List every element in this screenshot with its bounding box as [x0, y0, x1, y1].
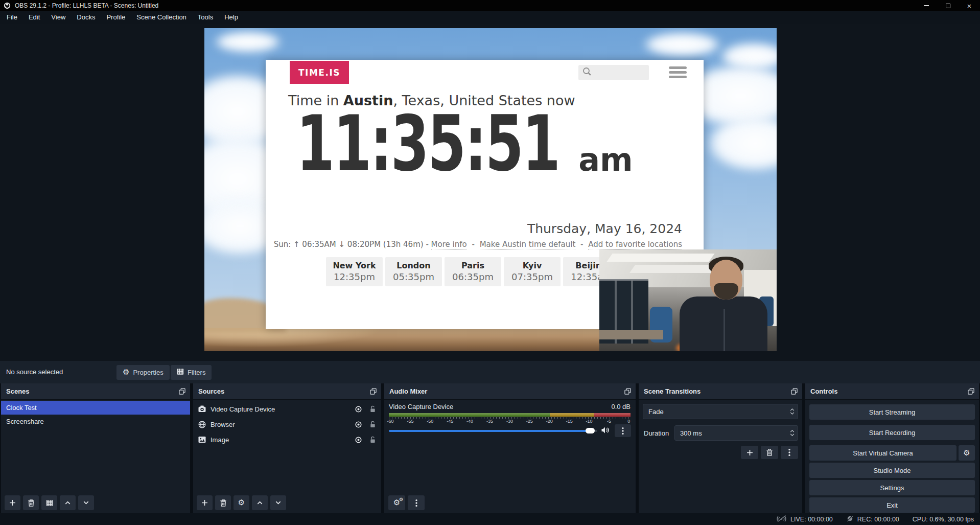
menu-item-scene-collection[interactable]: Scene Collection: [131, 11, 192, 24]
db-scale: -60-55-50-45-40-35-30-25-20-15-10-50: [385, 419, 635, 424]
exit-button[interactable]: Exit: [809, 497, 975, 513]
visibility-eye-icon[interactable]: [355, 405, 362, 413]
menu-item-profile[interactable]: Profile: [101, 11, 131, 24]
scenes-panel-header[interactable]: Scenes: [1, 383, 190, 400]
popout-icon[interactable]: [624, 388, 631, 395]
more-info-link[interactable]: More info: [431, 240, 467, 249]
move-scene-down-button[interactable]: [78, 495, 94, 510]
menu-item-tools[interactable]: Tools: [192, 11, 219, 24]
mute-speaker-icon[interactable]: [601, 426, 610, 434]
visibility-eye-icon[interactable]: [355, 421, 362, 428]
source-label: Browser: [211, 421, 347, 428]
add-source-button[interactable]: [197, 495, 213, 510]
mixer-options-button[interactable]: [615, 424, 631, 437]
source-row-image[interactable]: Image: [193, 432, 381, 447]
scene-item-clock-test[interactable]: Clock Test: [1, 401, 190, 415]
menu-item-file[interactable]: File: [1, 11, 23, 24]
title-bar[interactable]: OBS 29.1.2 - Profile: LLHLS BETA - Scene…: [0, 0, 980, 11]
transition-select[interactable]: Fade: [643, 404, 798, 419]
timeis-logo[interactable]: TIME.IS: [290, 61, 349, 84]
source-row-video-capture-device[interactable]: Video Capture Device: [193, 401, 381, 417]
source-row-browser[interactable]: Browser: [193, 417, 381, 432]
db-tick-label: -35: [484, 419, 496, 424]
scene-filters-button[interactable]: [41, 495, 57, 510]
spin-arrows-icon[interactable]: [786, 430, 798, 436]
menu-item-edit[interactable]: Edit: [23, 11, 45, 24]
city-time: 05:35pm: [385, 271, 442, 282]
menu-item-view[interactable]: View: [45, 11, 71, 24]
lock-icon[interactable]: [369, 421, 376, 428]
city-time-box-kyiv[interactable]: Kyiv07:35pm: [504, 257, 561, 286]
scene-item-screenshare[interactable]: Screenshare: [1, 415, 190, 428]
add-transition-button[interactable]: [741, 446, 758, 459]
add-favorite-link[interactable]: Add to favorite locations: [588, 240, 682, 249]
lock-icon[interactable]: [369, 436, 376, 444]
transition-options-button[interactable]: [781, 446, 798, 459]
move-scene-up-button[interactable]: [60, 495, 76, 510]
preview-canvas[interactable]: TIME.IS Time in Austin, Texas, United St…: [204, 28, 777, 351]
obs-window: OBS 29.1.2 - Profile: LLHLS BETA - Scene…: [0, 0, 980, 525]
properties-button[interactable]: ⚙ Properties: [116, 365, 170, 380]
source-properties-button[interactable]: ⚙: [234, 495, 249, 510]
menu-bar: FileEditViewDocksProfileScene Collection…: [0, 11, 980, 24]
studio-mode-button[interactable]: Studio Mode: [809, 463, 975, 478]
controls-row: Studio Mode: [809, 463, 975, 478]
move-source-down-button[interactable]: [270, 495, 286, 510]
start-recording-button[interactable]: Start Recording: [809, 425, 975, 440]
popout-icon[interactable]: [791, 388, 798, 395]
search-input[interactable]: [592, 66, 643, 79]
cpu-fps-status: CPU: 0.6%, 30.00 fps: [913, 516, 974, 523]
mixer-channel-name: Video Capture Device: [389, 403, 453, 410]
volume-slider[interactable]: [389, 430, 597, 432]
controls-panel-header[interactable]: Controls: [805, 383, 979, 400]
remove-source-button[interactable]: [215, 495, 231, 510]
audio-mixer-panel: Audio Mixer Video Capture Device 0.0 dB …: [384, 383, 636, 513]
transitions-toolbar: [741, 446, 798, 459]
visibility-eye-icon[interactable]: [355, 436, 362, 444]
clock-display: 11:35:51 am: [296, 114, 633, 174]
lock-icon[interactable]: [369, 405, 376, 413]
start-streaming-button[interactable]: Start Streaming: [809, 404, 975, 420]
add-scene-button[interactable]: [5, 495, 20, 510]
scenes-panel: Scenes Clock TestScreenshare: [1, 383, 190, 513]
image-icon: [198, 436, 211, 443]
filters-button[interactable]: Filters: [171, 365, 212, 380]
record-off-icon: [846, 515, 854, 524]
city-time-box-london[interactable]: London05:35pm: [385, 257, 442, 286]
audio-mixer-header[interactable]: Audio Mixer: [384, 383, 636, 400]
city-time-box-new-york[interactable]: New York12:35pm: [326, 257, 383, 286]
move-source-up-button[interactable]: [252, 495, 268, 510]
db-tick-label: -60: [385, 419, 396, 424]
sources-panel-header[interactable]: Sources: [193, 383, 381, 400]
volume-slider-handle[interactable]: [586, 428, 595, 433]
minimize-button[interactable]: [916, 0, 937, 11]
cloud: [644, 32, 720, 57]
search-box[interactable]: [578, 65, 649, 80]
webcam-overlay[interactable]: [599, 249, 777, 351]
rec-status: REC: 00:00:00: [846, 515, 899, 524]
selected-source-bar: No source selected ⚙ Properties Filters: [0, 361, 980, 383]
gear-icon: ⚙: [123, 369, 129, 376]
db-tick-label: -15: [564, 419, 575, 424]
close-button[interactable]: ×: [959, 0, 980, 11]
make-default-link[interactable]: Make Austin time default: [480, 240, 576, 249]
popout-icon[interactable]: [179, 388, 185, 395]
transitions-panel-header[interactable]: Scene Transitions: [639, 383, 802, 400]
advanced-audio-button[interactable]: ⚙⚙: [388, 495, 405, 510]
remove-scene-button[interactable]: [23, 495, 39, 510]
globe-icon: [198, 421, 211, 428]
settings-button[interactable]: Settings: [809, 480, 975, 495]
mixer-menu-button[interactable]: [408, 495, 425, 510]
popout-icon[interactable]: [968, 388, 974, 395]
start-virtual-camera-button[interactable]: Start Virtual Camera: [809, 445, 956, 461]
popout-icon[interactable]: [370, 388, 377, 395]
menu-item-help[interactable]: Help: [219, 11, 244, 24]
hamburger-menu-icon[interactable]: [669, 66, 687, 78]
city-time-box-paris[interactable]: Paris06:35pm: [445, 257, 501, 286]
duration-spinbox[interactable]: 300 ms: [674, 425, 798, 441]
preview-workspace: TIME.IS Time in Austin, Texas, United St…: [0, 24, 980, 361]
menu-item-docks[interactable]: Docks: [71, 11, 101, 24]
remove-transition-button[interactable]: [761, 446, 778, 459]
maximize-button[interactable]: [937, 0, 959, 11]
virtual-camera-config-button[interactable]: ⚙: [959, 445, 975, 461]
